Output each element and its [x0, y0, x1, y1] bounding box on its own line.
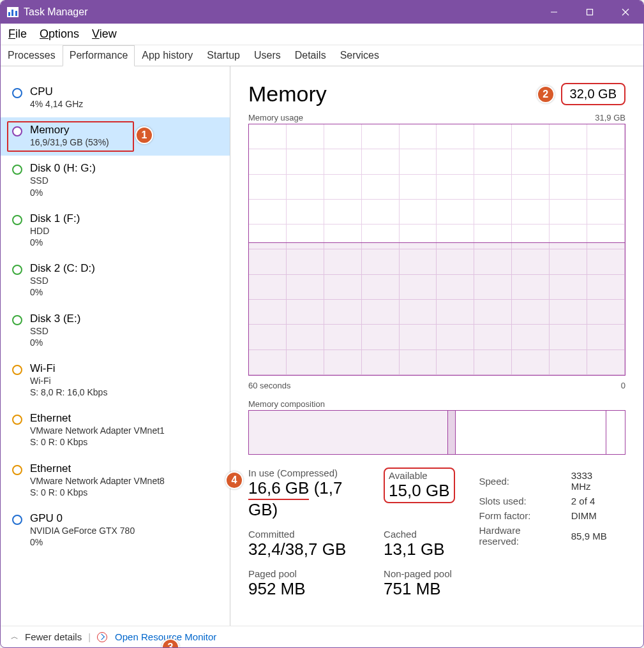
sidebar-item-disk2[interactable]: Disk 2 (C: D:) SSD 0% [1, 256, 230, 306]
stat-available: Available 15,0 GB [384, 468, 454, 520]
stats-grid: In use (Compressed) 16,6 GB (1,7 GB) Ava… [248, 468, 455, 599]
gpu0-title: GPU 0 [30, 512, 135, 525]
disk0-sub: SSD 0% [30, 175, 96, 198]
svg-rect-1 [587, 10, 593, 15]
comp-standby [456, 411, 606, 454]
sidebar-item-disk0[interactable]: Disk 0 (H: G:) SSD 0% [1, 156, 230, 205]
memory-usage-chart[interactable] [248, 124, 625, 376]
cpu-title: CPU [30, 85, 83, 98]
avail-label: Available [389, 470, 449, 481]
hw-value: 85,9 MB [571, 524, 624, 548]
tab-startup[interactable]: Startup [200, 45, 247, 66]
menu-options[interactable]: Options [40, 27, 79, 41]
composition-label: Memory composition [248, 399, 625, 409]
app-icon [7, 7, 19, 17]
gpu-indicator-icon [12, 515, 22, 525]
avail-value: 15,0 GB [389, 481, 449, 501]
fewer-details-link[interactable]: Fewer details [25, 631, 82, 642]
disk1-sub: HDD 0% [30, 225, 80, 248]
stat-inuse: In use (Compressed) 16,6 GB (1,7 GB) [248, 468, 367, 520]
form-label: Form factor: [479, 509, 570, 522]
hw-label: Hardware reserved: [479, 524, 570, 548]
memory-title: Memory [30, 124, 109, 136]
paged-label: Paged pool [248, 568, 367, 579]
eth-indicator-icon [12, 465, 22, 475]
sidebar-item-gpu0[interactable]: GPU 0 NVIDIA GeForce GTX 780 0% [1, 506, 230, 556]
separator: | [88, 631, 91, 642]
memory-indicator-icon [12, 126, 22, 136]
menubar: File Options View [1, 24, 643, 45]
annotation-badge-4: 4 [225, 471, 243, 489]
sidebar-item-eth2[interactable]: Ethernet VMware Network Adapter VMnet8 S… [1, 456, 230, 506]
speed-label: Speed: [479, 469, 570, 493]
memory-composition-bar[interactable]: 3 [248, 410, 625, 455]
form-value: DIMM [571, 509, 624, 522]
nonpaged-value: 751 MB [384, 579, 454, 599]
close-button[interactable] [608, 1, 643, 24]
titlebar[interactable]: Task Manager [1, 1, 643, 24]
nonpaged-label: Non-paged pool [384, 568, 454, 579]
memory-detail-pane: Memory 2 32,0 GB Memory usage 31,9 GB 60… [230, 66, 643, 626]
annotation-badge-1: 1 [135, 126, 153, 144]
sidebar-item-cpu[interactable]: CPU 4% 4,14 GHz [1, 79, 230, 117]
committed-label: Committed [248, 529, 367, 540]
task-manager-window: Task Manager File Options View Processes… [0, 0, 644, 648]
minimize-button[interactable] [536, 1, 572, 24]
eth2-sub: VMware Network Adapter VMnet8 S: 0 R: 0 … [30, 475, 165, 498]
disk2-sub: SSD 0% [30, 275, 95, 298]
eth1-title: Ethernet [30, 412, 165, 425]
chart-time-left: 60 seconds [248, 381, 291, 390]
sidebar-item-disk1[interactable]: Disk 1 (F:) HDD 0% [1, 206, 230, 256]
maximize-button[interactable] [572, 1, 608, 24]
inuse-underlined: 16,6 GB [248, 478, 309, 500]
speed-value: 3333 MHz [571, 469, 624, 493]
committed-value: 32,4/38,7 GB [248, 540, 367, 559]
disk-indicator-icon [12, 265, 22, 275]
resource-monitor-icon [97, 632, 107, 642]
cpu-indicator-icon [12, 88, 22, 98]
stat-committed: Committed 32,4/38,7 GB [248, 529, 367, 559]
footer: ︿ Fewer details | Open Resource Monitor [1, 626, 643, 647]
usage-chart-max: 31,9 GB [595, 113, 625, 122]
tab-bar: Processes Performance App history Startu… [1, 45, 643, 66]
usage-chart-label: Memory usage [248, 113, 303, 122]
disk-indicator-icon [12, 165, 22, 175]
disk1-title: Disk 1 (F:) [30, 212, 80, 225]
chevron-up-icon[interactable]: ︿ [11, 631, 19, 642]
annotation-badge-2: 2 [537, 85, 555, 103]
menu-view[interactable]: View [92, 27, 117, 41]
menu-file[interactable]: File [8, 27, 27, 41]
disk-indicator-icon [12, 315, 22, 325]
total-memory: 32,0 GB [561, 83, 625, 105]
wifi-title: Wi-Fi [30, 362, 107, 375]
stat-cached: Cached 13,1 GB [384, 529, 454, 559]
wifi-sub: Wi-Fi S: 8,0 R: 16,0 Kbps [30, 375, 107, 398]
page-title: Memory [248, 82, 327, 107]
inuse-value: 16,6 GB (1,7 GB) [248, 478, 367, 520]
tab-app-history[interactable]: App history [135, 45, 200, 66]
perf-sidebar[interactable]: CPU 4% 4,14 GHz Memory 16,9/31,9 GB (53%… [1, 66, 230, 626]
tab-users[interactable]: Users [247, 45, 288, 66]
disk-indicator-icon [12, 215, 22, 225]
eth1-sub: VMware Network Adapter VMnet1 S: 0 R: 0 … [30, 425, 165, 448]
paged-value: 952 MB [248, 579, 367, 599]
tab-details[interactable]: Details [288, 45, 333, 66]
inuse-label: In use (Compressed) [248, 468, 367, 478]
tab-processes[interactable]: Processes [1, 45, 63, 66]
sidebar-item-memory[interactable]: Memory 16,9/31,9 GB (53%) 1 [1, 117, 230, 156]
cpu-sub: 4% 4,14 GHz [30, 98, 83, 110]
tab-performance[interactable]: Performance [63, 45, 135, 66]
sidebar-item-disk3[interactable]: Disk 3 (E:) SSD 0% [1, 306, 230, 356]
sidebar-item-eth1[interactable]: Ethernet VMware Network Adapter VMnet1 S… [1, 406, 230, 455]
comp-free [606, 411, 625, 454]
stat-nonpaged: Non-paged pool 751 MB [384, 568, 454, 599]
gpu0-sub: NVIDIA GeForce GTX 780 0% [30, 525, 135, 548]
chart-time-right: 0 [621, 381, 625, 390]
tab-services[interactable]: Services [333, 45, 386, 66]
comp-inuse [249, 411, 448, 454]
disk3-sub: SSD 0% [30, 325, 80, 348]
sidebar-item-wifi[interactable]: Wi-Fi Wi-Fi S: 8,0 R: 16,0 Kbps [1, 356, 230, 406]
stat-paged: Paged pool 952 MB [248, 568, 367, 599]
disk0-title: Disk 0 (H: G:) [30, 162, 96, 175]
disk3-title: Disk 3 (E:) [30, 313, 80, 325]
